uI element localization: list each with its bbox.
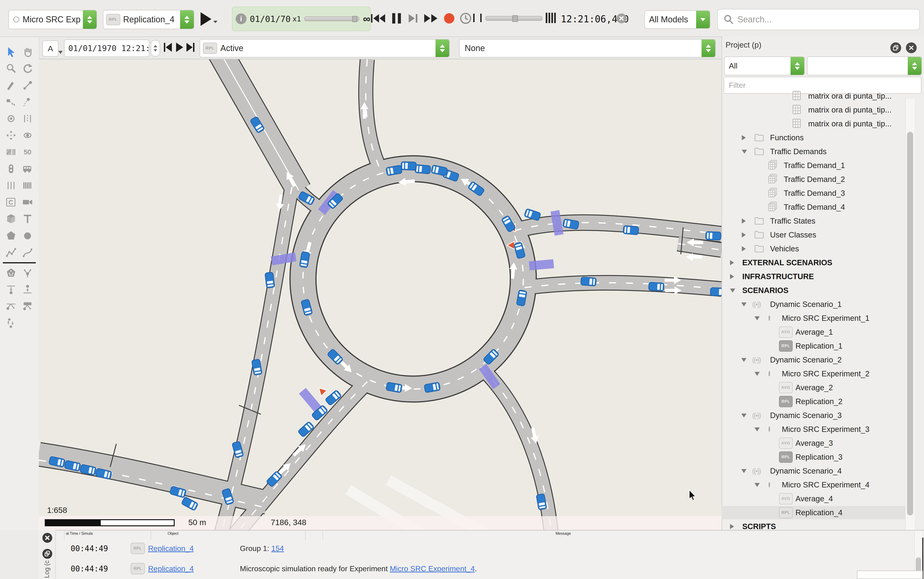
panel-type-filter-stepper[interactable]	[790, 57, 804, 75]
tree-item-dynamic-scenario-3[interactable]: ((▪))Dynamic Scenario_3	[721, 409, 913, 422]
dismiss-icon[interactable]	[616, 13, 627, 24]
clock-icon[interactable]	[460, 12, 472, 25]
expander-expanded-icon[interactable]	[754, 316, 760, 321]
tree-item-replication-3[interactable]: RPLReplication_3	[721, 450, 913, 464]
node-link-icon[interactable]	[22, 80, 34, 92]
log-hscrollbar[interactable]	[857, 571, 923, 579]
expander-collapsed-icon[interactable]	[730, 524, 734, 529]
datetime-field[interactable]: 01/01/1970 12:21:06	[64, 39, 149, 57]
skip-back-button[interactable]	[164, 42, 173, 53]
rewind-button[interactable]	[371, 13, 386, 23]
sim-progress-slider[interactable]	[304, 16, 359, 21]
all-models-chevron[interactable]	[696, 11, 710, 28]
curve-node-icon[interactable]	[22, 96, 34, 109]
tree-item-traffic-demand-4[interactable]: Traffic Demand_4	[721, 201, 913, 214]
pause-button[interactable]	[391, 13, 402, 24]
datetime-stepper[interactable]	[150, 40, 160, 57]
fork-line-icon[interactable]	[6, 301, 18, 313]
experiment-dropdown[interactable]: Micro SRC Exp	[8, 10, 97, 29]
three-lanes-icon[interactable]	[6, 180, 18, 192]
tree-item-average-1[interactable]: AVGAverage_1	[721, 325, 913, 339]
expander-collapsed-icon[interactable]	[742, 135, 746, 140]
skip-forward-button[interactable]	[186, 42, 195, 53]
expander-collapsed-icon[interactable]	[730, 274, 734, 279]
step-forward-button[interactable]	[408, 13, 420, 23]
tree-item-traffic-demand-3[interactable]: Traffic Demand_3	[721, 186, 913, 200]
polygon-pentagon-icon[interactable]	[6, 230, 18, 242]
tree-item-user-classes[interactable]: User Classes	[721, 228, 913, 242]
expander-expanded-icon[interactable]	[754, 427, 760, 432]
tree-item-dynamic-scenario-1[interactable]: ((▪))Dynamic Scenario_1	[721, 298, 913, 311]
section-node-icon[interactable]	[6, 96, 18, 109]
tree-item-infrastructure[interactable]: INFRASTRUCTURE	[721, 270, 913, 283]
log-link[interactable]: Micro SRC Experiment_4	[390, 564, 475, 573]
record-button[interactable]	[443, 13, 455, 24]
expand-arrows-icon[interactable]	[6, 130, 18, 142]
orbit-icon[interactable]	[22, 130, 34, 142]
tree-item-replication-1[interactable]: RPLReplication_1	[721, 339, 913, 353]
fast-forward-button[interactable]	[424, 13, 440, 23]
camera-icon[interactable]	[22, 197, 34, 209]
view-mode-dropdown[interactable]: RPL Active	[200, 39, 450, 57]
tree-item-traffic-demand-2[interactable]: Traffic Demand_2	[721, 173, 913, 186]
tree-item-traffic-demand-1[interactable]: Traffic Demand_1	[721, 159, 913, 172]
bezier-curve-icon[interactable]	[22, 247, 34, 259]
lane-lines-icon[interactable]	[22, 113, 34, 126]
expander-expanded-icon[interactable]	[754, 372, 760, 376]
tree-item-traffic-demands[interactable]: Traffic Demands	[721, 145, 913, 158]
tree-item-dynamic-scenario-4[interactable]: ((▪))Dynamic Scenario_4	[721, 465, 913, 478]
tree-item-replication-2[interactable]: RPLReplication_2	[721, 395, 913, 408]
panel-close-button[interactable]	[906, 43, 917, 53]
log-tab-label[interactable]: Log (c	[43, 570, 51, 578]
tree-item-micro-src-experiment-1[interactable]: Micro SRC Experiment_1	[721, 312, 913, 325]
tree-item-matrix-ora-di-punta-tip[interactable]: matrix ora di punta_tip...	[721, 103, 913, 116]
connector-down-icon[interactable]	[6, 284, 18, 296]
tree-item-scenarios[interactable]: SCENARIOS	[721, 284, 913, 297]
overlay-dropdown[interactable]: None	[459, 39, 716, 57]
tree-scrollbar[interactable]	[905, 99, 914, 530]
search-box[interactable]	[717, 9, 920, 30]
tree-item-matrix-ora-di-punta-tip[interactable]: matrix ora di punta_tip...	[721, 117, 913, 131]
tree-item-micro-src-experiment-3[interactable]: Micro SRC Experiment_3	[721, 423, 913, 436]
replication-dropdown-stepper[interactable]	[180, 10, 194, 29]
select-arrow-icon[interactable]	[6, 46, 18, 59]
search-input[interactable]	[737, 14, 919, 25]
connector-up-icon[interactable]	[22, 284, 34, 296]
pan-hand-icon[interactable]	[22, 46, 34, 59]
bus-icon[interactable]	[22, 164, 34, 176]
polyline-icon[interactable]	[6, 247, 18, 259]
rotate-arrow-icon[interactable]	[22, 63, 34, 75]
tree-item-micro-src-experiment-2[interactable]: Micro SRC Experiment_2	[721, 367, 913, 380]
detector-tally-icon[interactable]	[6, 147, 18, 159]
c-box-icon[interactable]: C	[6, 197, 18, 209]
tree-item-external-scenarios[interactable]: EXTERNAL SCENARIOS	[721, 256, 913, 269]
speed-limit-50-icon[interactable]: 50	[22, 147, 34, 159]
cube-3d-icon[interactable]	[6, 213, 18, 226]
ellipse-icon[interactable]	[22, 230, 34, 242]
run-simulation-button[interactable]	[200, 12, 218, 27]
play-small-button[interactable]	[175, 42, 184, 53]
expander-expanded-icon[interactable]	[741, 469, 746, 473]
experiment-dropdown-stepper[interactable]	[83, 10, 96, 29]
panel-float-button[interactable]	[890, 43, 901, 53]
log-float-button[interactable]	[42, 548, 53, 560]
expander-collapsed-icon[interactable]	[742, 218, 746, 224]
panel-secondary-dropdown[interactable]	[807, 57, 922, 75]
log-object-link[interactable]: Replication_4	[148, 564, 226, 573]
expander-expanded-icon[interactable]	[730, 289, 735, 293]
expander-collapsed-icon[interactable]	[742, 246, 746, 251]
swap-nodes-icon[interactable]	[6, 317, 18, 330]
polygon-dots-icon[interactable]	[6, 267, 18, 280]
pen-tool-icon[interactable]	[6, 80, 18, 92]
text-tool-icon[interactable]	[22, 213, 34, 226]
auto-mode-caret[interactable]	[58, 51, 63, 54]
tree-item-average-4[interactable]: AVGAverage_4	[721, 492, 913, 505]
overlay-stepper[interactable]	[702, 39, 715, 57]
tree-item-average-3[interactable]: AVGAverage_3	[721, 437, 913, 450]
tree-item-replication-4[interactable]: RPLReplication_4	[721, 506, 913, 519]
all-models-dropdown[interactable]: All Models	[644, 10, 710, 29]
expander-expanded-icon[interactable]	[741, 303, 746, 306]
auto-mode-button[interactable]: A	[43, 41, 58, 57]
fork-y-icon[interactable]	[22, 267, 34, 280]
roundabout-icon[interactable]	[6, 113, 18, 126]
